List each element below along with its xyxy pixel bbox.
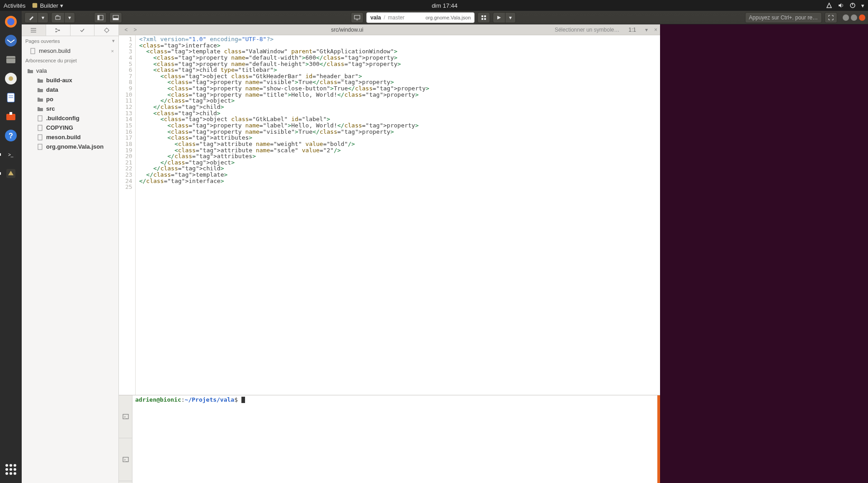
svg-point-4: [7, 18, 14, 25]
tree-root[interactable]: vala: [22, 66, 118, 75]
tree-item-label: po: [46, 96, 53, 103]
dock-files[interactable]: [2, 51, 20, 69]
svg-rect-14: [9, 112, 12, 115]
tree-item-label: data: [46, 86, 58, 93]
sidebar-tab-todo[interactable]: [71, 24, 95, 36]
sidebar-tab-debug[interactable]: [94, 24, 118, 36]
screen-icon[interactable]: [351, 12, 363, 23]
tree-item[interactable]: src: [22, 104, 118, 113]
bottom-panel-toggle[interactable]: [109, 12, 122, 23]
editor-tabbar: < > src/window.ui Sélectionner un symbol…: [119, 24, 660, 35]
editor-title: src/window.ui: [140, 27, 555, 33]
sidebar: Pages ouvertes ▾ meson.build × Arboresce…: [22, 24, 119, 483]
clock[interactable]: dim 17:44: [63, 2, 826, 9]
svg-text:>_: >_: [124, 415, 127, 419]
tree-item[interactable]: build-aux: [22, 75, 118, 85]
desktop-background: [660, 24, 868, 483]
tree-item[interactable]: COPYING: [22, 123, 118, 132]
svg-rect-29: [481, 18, 483, 20]
play-icon: [493, 13, 505, 23]
svg-text:>_: >_: [124, 458, 127, 462]
window-close[interactable]: [859, 14, 865, 21]
dock-builder[interactable]: [2, 164, 20, 183]
system-menu-chevron[interactable]: ▾: [861, 2, 864, 9]
svg-point-37: [105, 28, 108, 32]
svg-rect-13: [6, 114, 15, 120]
app-menu[interactable]: Builder ▾: [32, 2, 63, 9]
dock-help[interactable]: ?: [2, 127, 20, 145]
new-button[interactable]: ▾: [24, 12, 48, 23]
build-button[interactable]: [477, 12, 490, 23]
network-icon[interactable]: [826, 2, 832, 9]
close-tab[interactable]: ×: [654, 27, 657, 33]
chevron-down-icon[interactable]: ▾: [112, 38, 115, 44]
folder-icon: [37, 87, 43, 93]
tree-item-label: .buildconfig: [46, 115, 80, 122]
tree-item[interactable]: .buildconfig: [22, 113, 118, 123]
tree-item[interactable]: meson.build: [22, 132, 118, 142]
terminal-tab-2[interactable]: >_: [119, 438, 132, 481]
svg-text:?: ?: [9, 132, 13, 140]
sidebar-tab-tree[interactable]: [46, 24, 71, 36]
svg-rect-44: [38, 125, 42, 131]
terminal-tab-1[interactable]: >_: [119, 395, 132, 438]
dock-thunderbird[interactable]: [2, 32, 20, 50]
gnome-topbar: Activités Builder ▾ dim 17:44 ▾: [0, 0, 868, 11]
pencil-icon: [25, 13, 38, 23]
cursor-position[interactable]: 1:1: [628, 27, 636, 33]
svg-rect-22: [98, 15, 99, 20]
terminal[interactable]: adrien@bionic:~/Projets/vala$: [132, 395, 660, 483]
window-maximize[interactable]: [851, 14, 857, 21]
left-panel-toggle[interactable]: [94, 12, 107, 23]
svg-rect-7: [6, 58, 15, 59]
tree-item-label: src: [46, 105, 55, 112]
tab-menu-chevron[interactable]: ▾: [645, 27, 648, 33]
omni-runtarget: org.gnome.Vala.json: [425, 15, 471, 20]
volume-icon[interactable]: [838, 2, 844, 9]
nav-back[interactable]: <: [122, 27, 131, 33]
activities-button[interactable]: Activités: [4, 2, 25, 9]
dock-show-apps[interactable]: [2, 460, 20, 478]
dock-terminal[interactable]: >_: [2, 145, 20, 164]
svg-rect-30: [484, 18, 486, 20]
terminal-scrollbar[interactable]: [657, 395, 660, 483]
code-editor[interactable]: 1234567891011121314151617181920212223242…: [119, 35, 660, 395]
file-icon: [37, 125, 43, 131]
tree-item[interactable]: data: [22, 85, 118, 94]
dock-firefox[interactable]: [2, 13, 20, 31]
open-button[interactable]: ▾: [51, 12, 75, 23]
global-search[interactable]: Appuyez sur Ctrl+. pour re…: [745, 12, 822, 23]
symbol-selector[interactable]: Sélectionner un symbole…: [555, 27, 619, 33]
dock-software[interactable]: [2, 108, 20, 126]
window-minimize[interactable]: [843, 14, 849, 21]
editor-area: < > src/window.ui Sélectionner un symbol…: [119, 24, 660, 483]
nav-forward[interactable]: >: [131, 27, 140, 33]
svg-rect-0: [33, 3, 38, 8]
fullscreen-button[interactable]: [825, 12, 837, 23]
tree-item[interactable]: po: [22, 94, 118, 104]
tree-item[interactable]: org.gnome.Vala.json: [22, 142, 118, 151]
headerbar: ▾ ▾ vala / master org.gnome.Vala.json ▾ …: [22, 11, 868, 24]
dock-writer[interactable]: [2, 89, 20, 107]
svg-point-5: [5, 35, 17, 47]
close-file-icon[interactable]: ×: [111, 48, 114, 54]
project-tree: vala build-auxdataposrc.buildconfigCOPYI…: [22, 65, 118, 483]
svg-rect-24: [113, 18, 118, 20]
power-icon[interactable]: [849, 2, 856, 9]
open-file-item[interactable]: meson.build ×: [22, 46, 118, 56]
dock-rhythmbox[interactable]: [2, 70, 20, 88]
svg-rect-28: [484, 15, 486, 17]
omnibar[interactable]: vala / master org.gnome.Vala.json: [366, 12, 475, 23]
svg-rect-42: [31, 48, 35, 54]
run-button[interactable]: ▾: [493, 12, 516, 23]
svg-text:>_: >_: [8, 152, 14, 157]
svg-point-9: [9, 76, 13, 81]
file-icon: [37, 134, 43, 141]
builder-window: ▾ ▾ vala / master org.gnome.Vala.json ▾ …: [22, 11, 868, 483]
sidebar-tab-list[interactable]: [22, 24, 46, 36]
omni-project: vala: [370, 14, 381, 21]
folder-icon: [37, 77, 43, 84]
svg-rect-6: [6, 56, 15, 63]
svg-rect-25: [354, 15, 360, 19]
open-pages-header: Pages ouvertes ▾: [22, 36, 118, 46]
